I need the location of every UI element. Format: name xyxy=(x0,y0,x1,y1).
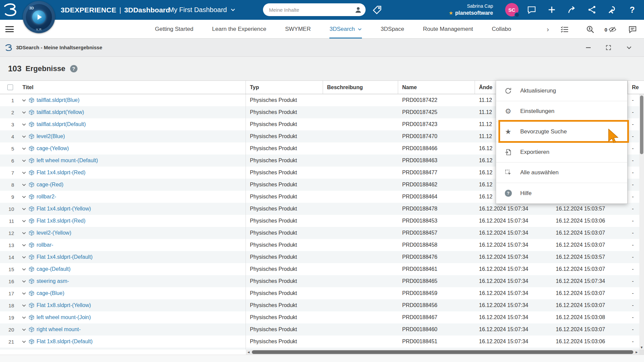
share-network-icon[interactable] xyxy=(586,4,598,15)
table-row[interactable]: 17 cage-(Blue) Physisches Produkt PRD001… xyxy=(0,287,644,299)
tab-route-management[interactable]: Route Management xyxy=(423,20,473,39)
result-title-link[interactable]: rollbar2- xyxy=(37,194,56,200)
add-icon[interactable] xyxy=(546,4,557,15)
result-title-link[interactable]: Flat 1x8.sldprt-(Red) xyxy=(37,218,86,224)
result-title-link[interactable]: tailflat.sldprt(Default) xyxy=(37,121,86,127)
menu-item-aktualisierung[interactable]: Aktualisierung xyxy=(496,81,627,101)
result-title-link[interactable]: tailflat.sldprt(Yellow) xyxy=(37,109,84,115)
expand-chevron-icon[interactable] xyxy=(21,134,26,139)
expand-chevron-icon[interactable] xyxy=(21,303,26,308)
table-row[interactable]: 20 right wheel mount- Physisches Produkt… xyxy=(0,323,644,336)
expand-chevron-icon[interactable] xyxy=(21,146,26,151)
result-title-link[interactable]: cage-(Yellow) xyxy=(37,145,69,152)
scroll-down-arrow-icon[interactable]: ▼ xyxy=(639,346,644,349)
result-title-link[interactable]: level2-(Yellow) xyxy=(37,230,71,236)
menu-item-hilfe[interactable]: ? Hilfe xyxy=(496,183,627,203)
vertical-scrollbar[interactable]: ▼ xyxy=(639,94,644,350)
expand-chevron-icon[interactable] xyxy=(21,279,26,284)
table-row[interactable]: 16 steering asm- Physisches Produkt PRD0… xyxy=(0,275,644,287)
search-input[interactable] xyxy=(269,7,354,13)
expand-chevron-icon[interactable] xyxy=(21,98,26,103)
horizontal-scrollbar-thumb[interactable] xyxy=(252,350,633,354)
vertical-scrollbar-thumb[interactable] xyxy=(640,96,643,154)
result-title-link[interactable]: left wheel mount-(Join) xyxy=(37,314,91,320)
expand-chevron-icon[interactable] xyxy=(21,110,26,115)
result-title-link[interactable]: Flat 1x4.sldprt-(Red) xyxy=(37,170,86,176)
expand-chevron-icon[interactable] xyxy=(21,194,26,199)
menu-item-exportieren[interactable]: Exportieren xyxy=(496,142,627,163)
result-title-link[interactable]: left wheel mount-(Default) xyxy=(37,158,98,164)
result-title-link[interactable]: Flat 1x4.sldprt-(Default) xyxy=(37,254,93,260)
expand-chevron-icon[interactable] xyxy=(21,122,26,127)
select-all-checkbox[interactable] xyxy=(7,84,13,90)
tab-learn-the-experience[interactable]: Learn the Experience xyxy=(212,20,266,39)
tabs-overflow-arrow[interactable]: › xyxy=(547,20,549,39)
3ds-logo-icon[interactable] xyxy=(3,2,18,17)
result-title-link[interactable]: level2(Blue) xyxy=(37,133,65,139)
header-beschreibung[interactable]: Beschreibung xyxy=(323,81,398,94)
scroll-right-arrow-icon[interactable]: ► xyxy=(634,350,639,355)
scroll-left-arrow-icon[interactable]: ◄ xyxy=(246,350,251,355)
table-row[interactable]: 10 Flat 1x4.sldprt-(Yellow) Physisches P… xyxy=(0,203,644,215)
table-row[interactable]: 12 level2-(Yellow) Physisches Produkt PR… xyxy=(0,227,644,239)
expand-chevron-icon[interactable] xyxy=(21,170,26,175)
widget-chevron-down-icon[interactable] xyxy=(624,43,634,52)
compass-icon[interactable]: 3D V,R xyxy=(23,1,55,33)
watch-count[interactable]: 0 xyxy=(603,24,618,35)
help-icon[interactable]: ? xyxy=(627,4,638,15)
table-row[interactable]: 13 rollbar- Physisches Produkt PRD001884… xyxy=(0,239,644,251)
avatar[interactable]: SC xyxy=(505,3,519,16)
result-title-link[interactable]: rollbar- xyxy=(37,242,53,248)
expand-chevron-icon[interactable] xyxy=(21,315,26,320)
task-list-icon[interactable] xyxy=(559,24,570,35)
tools-icon[interactable] xyxy=(606,4,618,15)
table-row[interactable]: 18 Flat 1x8.sldprt-(Yellow) Physisches P… xyxy=(0,299,644,311)
tab-3dspace[interactable]: 3DSpace xyxy=(381,20,404,39)
search-scope-person-icon[interactable] xyxy=(354,6,362,14)
tab-3dsearch[interactable]: 3DSearch xyxy=(329,20,362,39)
expand-chevron-icon[interactable] xyxy=(21,219,26,224)
menu-item-einstellungen[interactable]: ⚙ Einstellungen xyxy=(496,101,627,122)
dashboard-selector[interactable]: My First Dashboard xyxy=(168,0,235,20)
expand-chevron-icon[interactable] xyxy=(21,243,26,248)
table-row[interactable]: 14 Flat 1x4.sldprt-(Default) Physisches … xyxy=(0,251,644,263)
header-revision[interactable]: Re xyxy=(628,81,644,94)
header-typ[interactable]: Typ xyxy=(246,81,323,94)
user-account[interactable]: Sabrina Cap ★planetsoftware xyxy=(423,3,493,16)
expand-chevron-icon[interactable] xyxy=(21,182,26,187)
share-forward-icon[interactable] xyxy=(566,4,578,15)
result-title-link[interactable]: steering asm- xyxy=(37,278,69,284)
expand-chevron-icon[interactable] xyxy=(21,291,26,296)
maximize-icon[interactable] xyxy=(604,43,613,52)
hamburger-menu-icon[interactable] xyxy=(5,26,14,34)
table-row[interactable]: 21 Flat 1x8.sldprt-(Default) Physisches … xyxy=(0,336,644,348)
result-title-link[interactable]: Flat 1x4.sldprt-(Yellow) xyxy=(37,206,91,212)
tag-icon[interactable] xyxy=(372,5,382,15)
expand-chevron-icon[interactable] xyxy=(21,267,26,272)
result-title-link[interactable]: cage-(Red) xyxy=(37,182,63,188)
expand-chevron-icon[interactable] xyxy=(21,231,26,236)
menu-item-alle-auswaehlen[interactable]: Alle auswählen xyxy=(496,163,627,183)
table-row[interactable]: 19 left wheel mount-(Join) Physisches Pr… xyxy=(0,311,644,323)
tab-collabo[interactable]: Collabo xyxy=(492,20,511,39)
minimize-icon[interactable] xyxy=(584,43,593,52)
compass-play-button[interactable] xyxy=(32,10,46,24)
results-help-icon[interactable]: ? xyxy=(70,65,77,72)
table-row[interactable]: 15 cage-(Default) Physisches Produkt PRD… xyxy=(0,263,644,275)
horizontal-scrollbar[interactable]: ◄ ► xyxy=(246,350,639,355)
table-row[interactable]: 11 Flat 1x8.sldprt-(Red) Physisches Prod… xyxy=(0,215,644,227)
search-people-icon[interactable] xyxy=(585,24,596,35)
result-title-link[interactable]: right wheel mount- xyxy=(37,326,81,333)
comment-icon[interactable] xyxy=(526,4,537,15)
expand-chevron-icon[interactable] xyxy=(21,206,26,212)
tab-swymer[interactable]: SWYMER xyxy=(285,20,311,39)
result-title-link[interactable]: Flat 1x8.sldprt-(Default) xyxy=(37,339,93,345)
expand-chevron-icon[interactable] xyxy=(21,255,26,260)
tab-getting-started[interactable]: Getting Started xyxy=(155,20,193,39)
menu-item-bevorzugte-suche[interactable]: ★ Bevorzugte Suche xyxy=(496,122,627,142)
expand-chevron-icon[interactable] xyxy=(21,327,26,332)
result-title-link[interactable]: cage-(Blue) xyxy=(37,290,64,296)
result-title-link[interactable]: cage-(Default) xyxy=(37,266,70,272)
result-title-link[interactable]: tailflat.sldprt(Blue) xyxy=(37,97,79,103)
chat-icon[interactable] xyxy=(627,24,638,35)
